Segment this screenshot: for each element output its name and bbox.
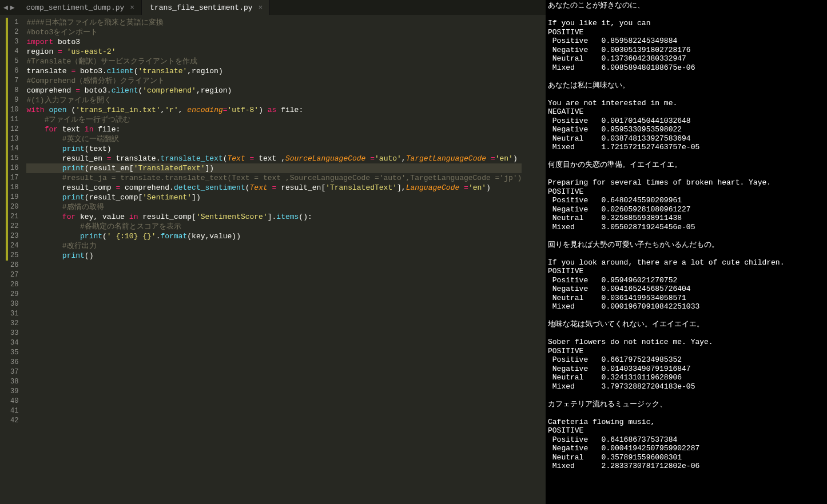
close-icon[interactable]: × <box>259 3 263 12</box>
terminal-output[interactable]: あなたのことが好きなのに、 If you like it, you can PO… <box>546 0 827 504</box>
tab-nav: ◀ ▶ <box>0 3 18 12</box>
line-number-gutter: 1 2 3 4 5 6 7 8 9 10 11 12 13 14 15 16 1… <box>0 15 26 504</box>
tab-history-back-icon[interactable]: ◀ <box>3 3 8 12</box>
close-icon[interactable]: × <box>130 3 134 12</box>
tab-bar: ◀ ▶ comp_sentiment_dump.py×trans_file_se… <box>0 0 546 15</box>
editor[interactable]: 1 2 3 4 5 6 7 8 9 10 11 12 13 14 15 16 1… <box>0 15 546 504</box>
tab-label: comp_sentiment_dump.py <box>26 3 125 12</box>
tab-label: trans_file_sentiment.py <box>150 3 252 12</box>
tab-comp_sentiment_dump-py[interactable]: comp_sentiment_dump.py× <box>18 0 142 15</box>
code-area[interactable]: ####日本語ファイルを飛来と英語に変換#boto3をインポートimport b… <box>26 15 522 504</box>
tab-trans_file_sentiment-py[interactable]: trans_file_sentiment.py× <box>142 0 270 15</box>
tab-history-forward-icon[interactable]: ▶ <box>10 3 15 12</box>
